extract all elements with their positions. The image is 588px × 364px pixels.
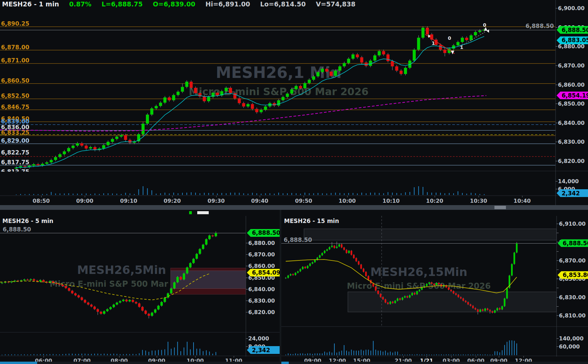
axis-price-label: 6,880.00 [248,240,275,246]
price-tag: 6,854.19 [557,91,588,99]
axis-price-label: 6,870.00 [248,251,275,258]
axis-tick [557,338,559,339]
axis-tick [557,288,559,288]
axis-tick [557,346,559,347]
time-label: 09:20 [164,198,181,204]
axis-tick [557,224,559,224]
axis-tick [246,346,248,347]
price-tag: 6,888.50 [557,26,588,34]
open-value: O=6,839.00 [153,0,195,8]
trade-marker-number: 0 [448,35,451,41]
time-label: 09:00 [76,198,94,204]
volume-axis-label: 60,000 [559,343,580,350]
axis-tick [246,266,248,266]
splitter-scrollbar-thumb[interactable] [494,206,506,209]
axis-price-label: 6,860.00 [558,82,585,88]
low-value: Lo=6,814.50 [260,0,306,8]
time-label: 10:40 [514,198,531,204]
volume-axis-label: 24,000 [248,335,269,342]
trading-workspace: MESH26 - 1 min 0.87% L=6,888.75 O=6,839.… [0,0,588,364]
price-tag: 6,888.50 [558,239,588,247]
panel-divider[interactable] [280,210,281,364]
axis-tick [557,315,559,316]
time-tick [172,196,173,197]
trade-marker-number: 0 [483,22,486,28]
axis-price-label: 6,830.00 [559,294,586,301]
axis-tick [557,251,559,252]
level-label: 6,846.75 [1,104,29,110]
axis-tick [557,279,559,279]
bottom-scroll-track[interactable] [0,362,588,364]
time-tick [41,196,42,197]
time-label: 09:40 [251,198,269,204]
axis-tick [557,260,559,261]
axis-tick [556,46,558,47]
axis-price-label: 6,870.00 [558,62,585,69]
high-value: Hi=6,891.00 [205,0,250,8]
last-value: L=6,888.75 [102,0,143,8]
volume-axis-label: 140,000 [559,335,584,342]
level-label: 6,817.75 [1,159,29,166]
chart-header-1min: MESH26 - 1 min 0.87% L=6,888.75 O=6,839.… [2,0,365,8]
axis-price-label: 6,900.00 [558,5,585,11]
axis-price-label: 6,910.00 [559,221,586,227]
axis-tick [556,85,558,85]
scroll-indicator-green [189,211,192,214]
scroll-indicator-thumb[interactable] [197,211,209,214]
price-tag: 6,854.09 [247,269,280,277]
axis-tick [557,233,559,233]
level-label: 6,878.00 [1,44,29,51]
axis-tick [556,181,558,181]
change-percent: 0.87% [69,0,92,8]
axis-tick [556,65,558,66]
labels-overlay: 10106,900.006,890.006,880.006,870.006,86… [0,0,588,364]
time-tick [479,196,479,197]
panel-splitter[interactable] [0,205,588,210]
axis-tick [556,189,558,189]
bottom-scrollbar-right-panel[interactable] [281,362,289,364]
axis-price-label: 6,830.00 [558,139,585,145]
trade-marker-number: 1 [432,40,435,46]
axis-price-label: 6,810.00 [559,312,586,319]
volume-tag: 2,342 [247,346,280,354]
level-label: 6,890.25 [1,20,29,27]
axis-tick [246,338,248,339]
axis-tick [556,104,558,104]
time-tick [391,196,391,197]
axis-tick [556,27,558,28]
price-tag: 6,883.05 [557,36,588,44]
axis-price-label: 6,830.00 [248,298,275,304]
time-tick [216,196,216,197]
axis-tick [557,242,559,242]
axis-tick [557,297,559,298]
level-label: 6,871.00 [1,57,29,64]
time-tick [129,196,129,197]
time-label: 09:10 [120,198,137,204]
panel-title-5min: MESH26 - 5 min [2,218,53,224]
level-label: 6,829.00 [1,137,29,144]
time-tick [85,196,85,197]
axis-tick [557,270,559,270]
axis-tick [557,306,559,307]
level-label: 6,860.50 [1,77,29,84]
time-tick [304,196,304,197]
volume-tag: 2,342 [557,189,588,197]
volume-axis-label: 14,000 [558,178,579,185]
level-label: 6,812.75 [1,168,29,175]
time-label: 10:10 [383,198,400,204]
level-label: 6,833.25 [1,129,29,136]
time-label: 09:50 [295,198,312,204]
axis-tick [246,312,248,312]
time-tick [435,196,435,197]
axis-price-label: 6,840.00 [558,120,585,126]
bottom-scrollbar-left-panel[interactable] [0,362,37,364]
axis-price-label: 6,850.00 [558,101,585,107]
axis-tick [556,123,558,123]
time-label: 10:00 [339,198,356,204]
time-label: 10:20 [426,198,443,204]
price-tag: 6,888.50 [247,229,280,237]
time-label: 09:30 [208,198,225,204]
volume-value: V=574,838 [316,0,355,8]
price-tag: 6,853.80 [558,271,588,279]
time-tick [260,196,260,197]
